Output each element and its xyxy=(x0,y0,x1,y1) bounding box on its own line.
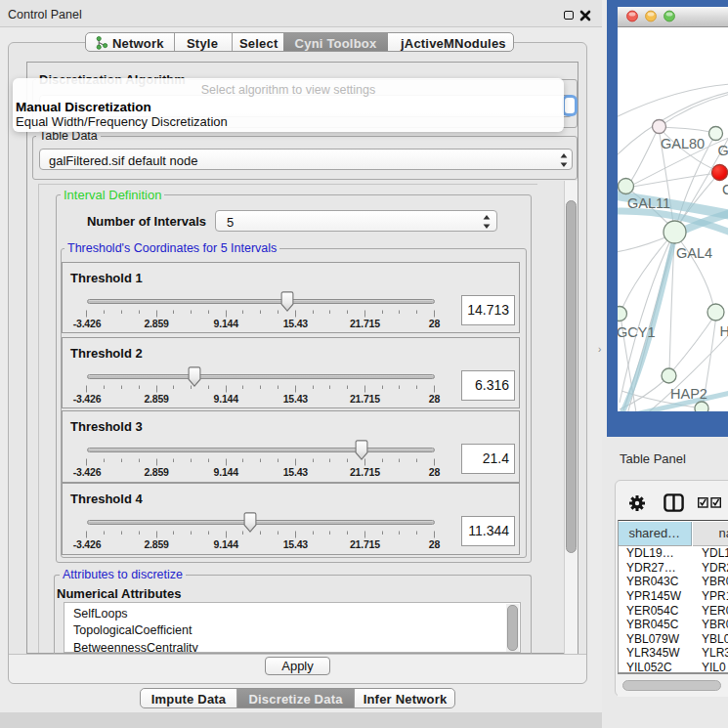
svg-text:GAL11: GAL11 xyxy=(627,195,670,211)
svg-text:GA: GA xyxy=(718,143,728,158)
svg-text:HAP2: HAP2 xyxy=(670,386,707,402)
svg-text:GAL80: GAL80 xyxy=(661,136,705,151)
svg-text:C: C xyxy=(722,182,728,197)
svg-text:GAL4: GAL4 xyxy=(676,245,712,261)
svg-text:GCY1: GCY1 xyxy=(618,324,656,340)
svg-text:H: H xyxy=(720,323,728,339)
